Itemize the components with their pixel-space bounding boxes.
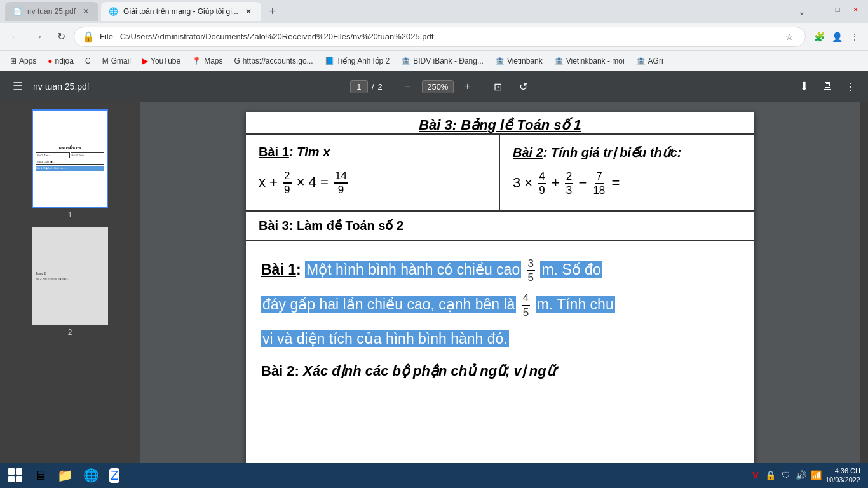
taskbar-right: V 🔒 🛡 🔊 📶 4:36 CH 10/03/2022 (749, 466, 865, 485)
bookmark-vietinkbank-moi-label: Vietinkbank - moi (566, 57, 625, 65)
tab-giai-toan-icon: 🌐 (109, 7, 118, 16)
address-input[interactable] (100, 32, 776, 41)
thumbnails-panel: Bài kiểm tra Bài 1: Tìm x... Bài 2: Tính… (0, 102, 140, 463)
fraction-2-3: 2 3 (565, 170, 573, 198)
bai3-title: Bài 3: Làm đề Toán số 2 (259, 219, 403, 233)
taskbar-files[interactable]: 📁 (53, 464, 77, 486)
close-button[interactable]: ✕ (848, 4, 863, 15)
bai2-subtitle: : Tính giá trị biểu thức: (543, 146, 682, 159)
pdf-zoom-control: − + (398, 76, 478, 97)
tab-list-chevron[interactable]: ⌄ (794, 4, 810, 19)
minimize-button[interactable]: ─ (812, 4, 827, 15)
row2-unit2: m. Tính chu (536, 296, 615, 313)
bookmark-apps[interactable]: ⊞ Apps (5, 53, 41, 69)
bookmark-vietinbank[interactable]: 🏦 Vietinbank (490, 53, 548, 69)
pdf-scrollbar[interactable] (860, 102, 868, 463)
pdf-title: nv tuan 25.pdf (33, 81, 90, 92)
youtube-icon: ▶ (142, 57, 148, 65)
section-title: Bài 3: Bảng lề Toán số 1 (259, 117, 742, 133)
ndjoa-icon: ● (48, 57, 52, 65)
bookmark-youtube-label: YouTube (151, 57, 180, 65)
bookmark-youtube[interactable]: ▶ YouTube (137, 53, 186, 69)
bai3-cell: Bài 3: Làm đề Toán số 2 (246, 212, 754, 241)
pdf-page-input[interactable] (350, 80, 368, 93)
menu-button[interactable]: ⋮ (846, 29, 863, 45)
row2-bai1-text1: Một hình bình hành có chiều cao (305, 261, 521, 278)
bookmark-c[interactable]: C (80, 53, 96, 69)
pdf-zoom-in-button[interactable]: + (458, 76, 478, 97)
pdf-menu-button[interactable]: ☰ (8, 76, 28, 97)
pdf-zoom-out-button[interactable]: − (398, 76, 418, 97)
fraction-2-9: 2 9 (283, 170, 291, 197)
pdf-print-button[interactable]: 🖶 (817, 76, 837, 97)
row2-bai2-text: Xác định các bộ phận chủ ngữ, vị ngữ (303, 363, 555, 379)
pdf-main[interactable]: Bài 3: Bảng lề Toán số 1 Bài 1: Tìm x x … (140, 102, 860, 463)
bookmark-agri[interactable]: 🏦 AGri (631, 53, 668, 69)
row2-bai1-text2: đáy gấp hai lần chiều cao, cạnh bên là (261, 296, 516, 313)
bookmark-gmail-label: Gmail (111, 57, 131, 65)
pdf-rotate-button[interactable]: ↺ (513, 76, 534, 97)
bookmarks-bar: ⊞ Apps ● ndjoa C M Gmail ▶ YouTube 📍 Map… (0, 51, 868, 71)
forward-button[interactable]: → (28, 27, 48, 47)
title-bar: 📄 nv tuan 25.pdf ✕ 🌐 Giải toán trên mạng… (0, 0, 868, 23)
address-bar[interactable]: 🔒 ☆ (74, 27, 806, 47)
pdf-fit-page-button[interactable]: ⊡ (488, 76, 508, 97)
profile-button[interactable]: 👤 (829, 29, 845, 45)
thumbnail-page-2[interactable]: Trang 2 Bài 2: Xác định các bộ phận... 2 (5, 227, 135, 337)
pdf-download-button[interactable]: ⬇ (794, 76, 815, 97)
volume-icon[interactable]: 🔊 (795, 469, 808, 482)
bookmark-gmail[interactable]: M Gmail (97, 53, 136, 69)
taskbar: 🖥 📁 🌐 Z V 🔒 🛡 🔊 📶 4:36 CH 10/03/2022 (0, 463, 868, 488)
bookmark-ndjoa[interactable]: ● ndjoa (43, 53, 79, 69)
bookmark-tiengAnh[interactable]: 📘 Tiếng Anh lớp 2 (320, 53, 395, 69)
bookmark-vietinkbank-moi[interactable]: 🏦 Vietinkbank - moi (549, 53, 630, 69)
star-button[interactable]: ☆ (781, 29, 797, 45)
row2-bai2-label: Bài 2: (261, 363, 303, 379)
v-icon[interactable]: V (749, 469, 762, 482)
taskbar-zalo[interactable]: Z (105, 464, 123, 486)
bookmark-maps[interactable]: 📍 Maps (187, 53, 227, 69)
bookmark-bidv-label: BIDV iBank - Đăng... (413, 57, 484, 65)
row2-fraction-4-5: 4 5 (522, 292, 530, 319)
bai1-subtitle: : Tìm x (289, 145, 330, 159)
files-icon: 📁 (57, 468, 73, 483)
zalo-icon: Z (109, 468, 119, 483)
chrome-icon: 🌐 (83, 468, 99, 483)
tab-giai-toan[interactable]: 🌐 Giải toán trên mạng - Giúp tôi gi... ✕ (101, 2, 261, 21)
pdf-toolbar: ☰ nv tuan 25.pdf / 2 − + ⊡ ↺ ⬇ 🖶 ⋮ (0, 71, 868, 102)
bookmark-agri-label: AGri (648, 57, 663, 65)
row2-bai1-title: Bài 1 (261, 261, 296, 278)
bookmark-bidv[interactable]: 🏦 BIDV iBank - Đăng... (396, 53, 489, 69)
taskbar-explorer[interactable]: 🖥 (31, 464, 51, 486)
systray-icon-1[interactable]: 🔒 (764, 469, 777, 482)
row2-bai2: Bài 2: Xác định các bộ phận chủ ngữ, vị … (261, 363, 739, 379)
tab-giai-toan-close[interactable]: ✕ (243, 6, 254, 17)
clock-date: 10/03/2022 (825, 475, 860, 484)
back-button[interactable]: ← (5, 27, 25, 47)
pdf-page: Bài 3: Bảng lề Toán số 1 Bài 1: Tìm x x … (246, 112, 754, 463)
thumbnail-page-1[interactable]: Bài kiểm tra Bài 1: Tìm x... Bài 2: Tính… (5, 109, 135, 219)
tab-pdf-label: nv tuan 25.pdf (27, 7, 76, 16)
new-tab-button[interactable]: + (264, 3, 281, 20)
tab-pdf[interactable]: 📄 nv tuan 25.pdf ✕ (5, 2, 98, 21)
network-icon[interactable]: 📶 (810, 469, 823, 482)
systray-icon-2[interactable]: 🛡 (780, 469, 792, 482)
bookmark-maps-label: Maps (204, 57, 222, 65)
bookmark-accounts-label: https://accounts.go... (243, 57, 313, 65)
reload-button[interactable]: ↻ (51, 27, 71, 47)
agri-icon: 🏦 (636, 57, 646, 65)
bookmark-accounts[interactable]: G https://accounts.go... (229, 53, 318, 69)
pdf-more-button[interactable]: ⋮ (840, 76, 860, 97)
row2-bai1-text2-container: đáy gấp hai lần chiều cao, cạnh bên là 4… (261, 288, 739, 321)
tiengAnh-icon: 📘 (325, 57, 334, 65)
clock: 4:36 CH 10/03/2022 (825, 466, 860, 485)
pdf-zoom-input[interactable] (422, 80, 454, 93)
taskbar-chrome[interactable]: 🌐 (79, 464, 103, 486)
row2-bai1-text3-container: vi và diện tích của hình bình hành đó. (261, 323, 739, 355)
maximize-button[interactable]: □ (830, 4, 845, 15)
bookmark-vietinbank-label: Vietinbank (507, 57, 543, 65)
tab-pdf-close[interactable]: ✕ (81, 6, 91, 17)
extensions-button[interactable]: 🧩 (811, 29, 827, 45)
row2-bai1-text3: vi và diện tích của hình bình hành đó. (261, 330, 509, 347)
start-button[interactable] (3, 464, 28, 487)
